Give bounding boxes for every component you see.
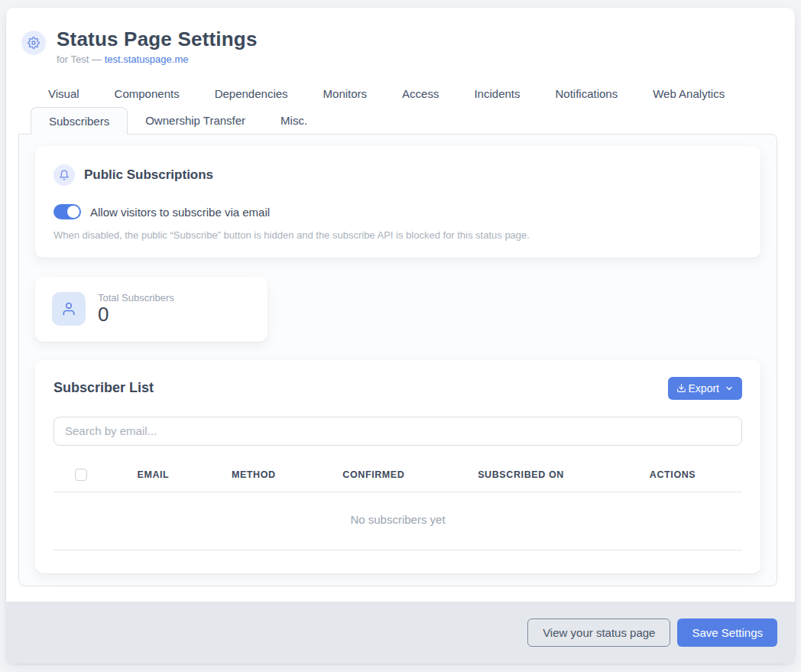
column-header-subscribed-on: SUBSCRIBED ON (439, 469, 603, 480)
tab-notifications[interactable]: Notifications (538, 82, 636, 106)
bell-icon (54, 164, 75, 186)
subscribe-toggle-row: Allow visitors to subscribe via email (54, 204, 742, 219)
subscriber-list-header: Subscriber List Export (54, 377, 742, 400)
toggle-help-text: When disabled, the public “Subscribe” bu… (54, 229, 742, 241)
person-icon (52, 292, 86, 326)
subtitle-prefix: for Test — (57, 54, 105, 65)
chevron-down-icon (725, 384, 734, 393)
tab-bar-primary: Visual Components Dependencies Monitors … (31, 82, 795, 106)
page-header: Status Page Settings for Test — test.sta… (6, 8, 795, 65)
tab-access[interactable]: Access (384, 82, 456, 106)
save-settings-button[interactable]: Save Settings (677, 618, 777, 647)
column-header-email: EMAIL (108, 469, 199, 480)
tab-monitors[interactable]: Monitors (306, 82, 385, 106)
subscriber-table-header: EMAIL METHOD CONFIRMED SUBSCRIBED ON ACT… (54, 461, 742, 492)
public-subscriptions-title: Public Subscriptions (84, 167, 213, 183)
subscriber-list-card: Subscriber List Export (35, 360, 760, 573)
page-subtitle: for Test — test.statuspage.me (57, 54, 258, 65)
tab-bar-secondary: Subscribers Ownership Transfer Misc. (31, 107, 795, 134)
allow-subscribe-toggle[interactable] (54, 204, 81, 219)
download-icon (676, 383, 686, 393)
tab-components[interactable]: Components (97, 82, 197, 106)
gear-icon (21, 31, 46, 55)
view-status-page-button[interactable]: View your status page (527, 618, 670, 647)
tab-ownership-transfer[interactable]: Ownership Transfer (128, 107, 263, 134)
subscribers-panel: Public Subscriptions Allow visitors to s… (18, 134, 777, 586)
status-page-link[interactable]: test.statuspage.me (105, 54, 189, 65)
column-header-confirmed: CONFIRMED (309, 469, 439, 480)
stat-label: Total Subscribers (98, 292, 174, 304)
tab-subscribers[interactable]: Subscribers (31, 107, 128, 135)
footer-action-bar: View your status page Save Settings (6, 602, 795, 664)
public-subscriptions-card: Public Subscriptions Allow visitors to s… (35, 146, 760, 258)
column-header-actions: ACTIONS (603, 469, 742, 480)
export-button-label: Export (689, 382, 719, 394)
toggle-label: Allow visitors to subscribe via email (90, 206, 270, 219)
tab-incidents[interactable]: Incidents (456, 82, 537, 106)
tab-web-analytics[interactable]: Web Analytics (635, 82, 742, 106)
public-subscriptions-header: Public Subscriptions (54, 164, 742, 186)
tab-visual[interactable]: Visual (31, 82, 97, 106)
stat-text: Total Subscribers 0 (98, 292, 174, 326)
select-all-checkbox[interactable] (75, 469, 87, 481)
page-title: Status Page Settings (57, 28, 258, 51)
tab-misc[interactable]: Misc. (263, 107, 325, 134)
export-button[interactable]: Export (668, 377, 742, 400)
settings-card: Status Page Settings for Test — test.sta… (6, 8, 795, 664)
total-subscribers-card: Total Subscribers 0 (35, 277, 268, 342)
stat-value: 0 (98, 304, 174, 326)
column-header-method: METHOD (199, 469, 309, 480)
search-input[interactable] (54, 417, 742, 446)
tab-dependencies[interactable]: Dependencies (197, 82, 306, 106)
subscriber-list-title: Subscriber List (54, 380, 154, 396)
page-background: { "header": { "title": "Status Page Sett… (0, 0, 801, 672)
select-all-cell (54, 469, 108, 481)
toggle-knob (67, 206, 79, 218)
empty-state-text: No subscribers yet (54, 492, 742, 550)
header-text: Status Page Settings for Test — test.sta… (57, 28, 258, 65)
